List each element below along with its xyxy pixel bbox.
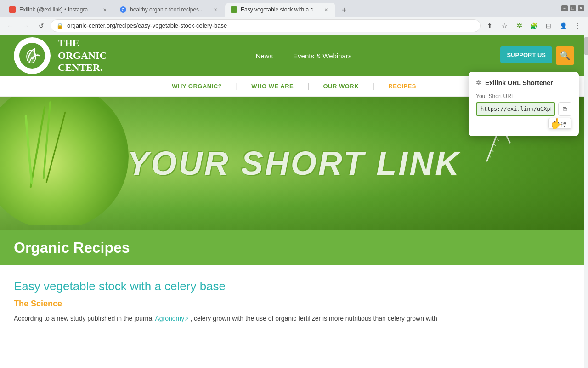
popup-url-label: Your Short URL [476, 93, 571, 99]
hero-text: YOUR SHORT LINK [127, 144, 461, 182]
copy-icon: ⧉ [563, 105, 567, 113]
svg-line-3 [492, 150, 493, 152]
agronomy-link[interactable]: Agronomy [155, 315, 184, 322]
header-nav: News | Events & Webinars [107, 52, 500, 60]
support-button[interactable]: SUPPORT US [500, 46, 552, 63]
brand-line1: THE [58, 37, 79, 49]
site-header: THE ORGANIC CENTER. News | Events & Webi… [0, 35, 588, 76]
popup-card: ✲ Exilink URL Shortener Your Short URL ⧉… [469, 72, 579, 136]
search-button[interactable]: 🔍 [556, 46, 574, 65]
scrollbar-thumb[interactable] [584, 37, 588, 55]
banner-title: Organic Recipes [14, 239, 574, 256]
copy-icon-button[interactable]: ⧉ [558, 102, 571, 116]
svg-line-5 [497, 139, 499, 141]
subnav-why-organic[interactable]: WHY ORGANIC? [172, 83, 222, 90]
tab-title-3: Easy vegetable stock with a cele... [241, 6, 319, 13]
tab-close-2[interactable]: ✕ [212, 6, 219, 13]
tab-2[interactable]: G healthy organic food recipes - G... ✕ [114, 3, 225, 17]
tab-close-3[interactable]: ✕ [322, 6, 330, 13]
tab-favicon-1 [9, 6, 16, 13]
tab-1[interactable]: Exilink (@exi.link) • Instagram ph... ✕ [4, 3, 114, 17]
reload-button[interactable]: ↺ [35, 19, 48, 32]
puzzle-icon[interactable]: 🧩 [527, 19, 540, 32]
share-icon[interactable]: ⬆ [483, 19, 496, 32]
lock-icon: 🔒 [57, 23, 63, 29]
bookmark-icon[interactable]: ☆ [498, 19, 511, 32]
close-button[interactable]: ✕ [578, 5, 584, 12]
exilink-popup: ✲ Exilink URL Shortener Your Short URL ⧉… [469, 72, 579, 136]
url-bar[interactable]: 🔒 organic-center.org/recipes/easy-vegeta… [51, 19, 481, 32]
logo-svg [18, 42, 46, 69]
minimize-button[interactable]: – [561, 5, 568, 12]
window-controls: – □ ✕ [561, 5, 584, 12]
article-body: According to a new study published in th… [14, 313, 574, 323]
tab-favicon-2: G [120, 6, 126, 13]
popup-header: ✲ Exilink URL Shortener [476, 79, 571, 86]
nav-events[interactable]: Events & Webinars [293, 52, 351, 60]
subnav-who-we-are[interactable]: WHO WE ARE [251, 83, 294, 90]
svg-point-1 [27, 50, 36, 63]
toolbar-icons: ⬆ ☆ ✲ 🧩 ⊟ 👤 ⋮ [483, 19, 584, 32]
back-button[interactable]: ← [4, 19, 17, 32]
new-tab-button[interactable]: + [338, 4, 351, 17]
logo-circle [14, 37, 51, 74]
subnav-our-work[interactable]: OUR WORK [323, 83, 359, 90]
tab-title-1: Exilink (@exi.link) • Instagram ph... [19, 6, 97, 13]
forward-button[interactable]: → [19, 19, 32, 32]
extension-active-icon[interactable]: ✲ [513, 19, 526, 32]
logo-text: THE ORGANIC CENTER. [58, 37, 107, 74]
title-bar: Exilink (@exi.link) • Instagram ph... ✕ … [0, 0, 588, 17]
browser-scrollbar[interactable] [584, 35, 588, 368]
green-banner: Organic Recipes [0, 230, 588, 265]
brand-line3: CENTER. [58, 62, 102, 73]
article-text-1: According to a new study published in th… [14, 315, 155, 322]
popup-title: Exilink URL Shortener [485, 79, 553, 86]
menu-icon[interactable]: ⋮ [571, 19, 584, 32]
cursor-pointer: 👆 [550, 118, 562, 130]
maximize-button[interactable]: □ [570, 5, 576, 12]
section-label: The Science [14, 299, 574, 309]
sidebar-toggle-icon[interactable]: ⊟ [542, 19, 555, 32]
tab-close-1[interactable]: ✕ [101, 6, 108, 13]
page-content: THE ORGANIC CENTER. News | Events & Webi… [0, 35, 588, 368]
popup-url-row: ⧉ [476, 102, 571, 116]
tab-3[interactable]: Easy vegetable stock with a cele... ✕ [225, 3, 335, 17]
brand-line2: ORGANIC [58, 50, 107, 61]
svg-line-4 [494, 144, 496, 146]
nav-news[interactable]: News [255, 52, 273, 60]
popup-url-input[interactable] [476, 102, 555, 116]
article-text-2: , celery grown with the use of organic f… [190, 315, 437, 322]
article-content: Easy vegetable stock with a celery base … [0, 265, 588, 333]
exilink-icon: ✲ [476, 79, 481, 86]
tab-group: Exilink (@exi.link) • Instagram ph... ✕ … [4, 0, 558, 17]
address-bar: ← → ↺ 🔒 organic-center.org/recipes/easy-… [0, 17, 588, 35]
tab-favicon-3 [231, 6, 237, 13]
browser-frame: Exilink (@exi.link) • Instagram ph... ✕ … [0, 0, 588, 368]
url-text: organic-center.org/recipes/easy-vegetabl… [67, 22, 475, 29]
subnav-recipes[interactable]: RECIPES [388, 83, 416, 90]
site-logo: THE ORGANIC CENTER. [14, 37, 107, 74]
header-actions: SUPPORT US 🔍 [500, 46, 574, 65]
article-title: Easy vegetable stock with a celery base [14, 279, 574, 293]
profile-icon[interactable]: 👤 [557, 19, 570, 32]
search-icon: 🔍 [560, 51, 570, 61]
tab-title-2: healthy organic food recipes - G... [130, 6, 208, 13]
